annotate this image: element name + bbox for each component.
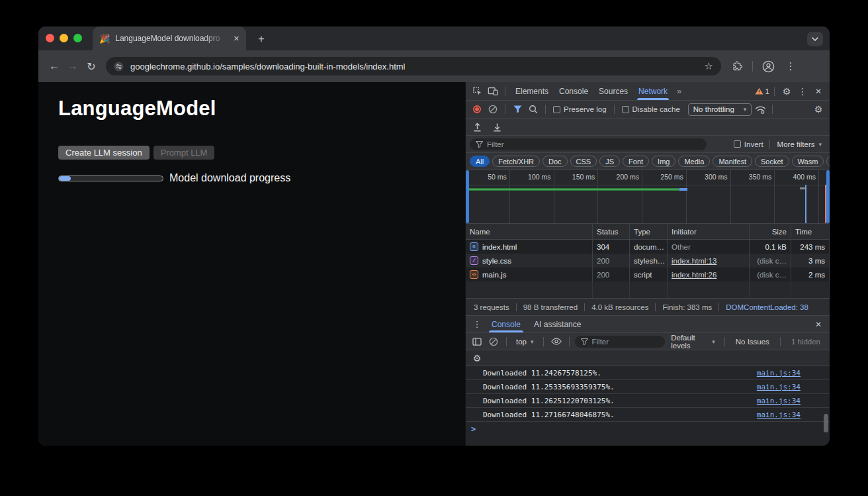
issues-counter[interactable]: 1 (755, 87, 769, 95)
request-type-chip[interactable]: Fetch/XHR (492, 156, 540, 167)
initiator-link[interactable]: index.html:26 (672, 271, 716, 279)
checkbox-unchecked[interactable] (622, 106, 629, 113)
request-type-chip[interactable]: All (470, 156, 490, 167)
tab-close-icon[interactable]: ✕ (234, 34, 239, 43)
network-overview-timeline[interactable]: 50 ms100 ms150 ms200 ms250 ms300 ms350 m… (466, 170, 830, 224)
log-levels-dropdown[interactable]: Default levels ▾ (667, 334, 719, 350)
devtools-tab[interactable]: Elements (510, 82, 554, 100)
clear-network-log-icon[interactable] (486, 103, 500, 116)
timeline-tick-label: 400 ms (793, 173, 816, 181)
filter-funnel-icon[interactable] (510, 103, 525, 116)
checkbox-unchecked[interactable] (734, 140, 741, 148)
forward-button[interactable]: → (64, 57, 82, 75)
console-prompt[interactable]: > (466, 422, 830, 436)
console-message: Downloaded 11.24267578125%. main.js:34 (466, 366, 830, 380)
console-source-link[interactable]: main.js:34 (757, 383, 801, 391)
initiator-link[interactable]: index.html:13 (672, 257, 716, 265)
clear-console-icon[interactable] (486, 335, 501, 348)
network-settings-gear-icon[interactable]: ⚙ (811, 104, 826, 115)
import-har-icon[interactable] (470, 121, 484, 134)
checkbox-unchecked[interactable] (553, 106, 560, 113)
url-text[interactable]: googlechrome.github.io/samples/downloadi… (130, 62, 698, 72)
search-icon[interactable] (526, 103, 541, 116)
request-type-chip[interactable]: Media (678, 156, 710, 167)
preserve-log-checkbox[interactable]: Preserve log (550, 105, 609, 113)
live-expression-eye-icon[interactable] (549, 335, 564, 348)
drawer-close-icon[interactable]: ✕ (811, 320, 826, 329)
maximize-window-button[interactable] (73, 34, 82, 42)
column-header-name[interactable]: Name (466, 224, 593, 239)
throttling-dropdown[interactable]: No throttling ▾ (688, 103, 752, 116)
back-button[interactable]: ← (45, 57, 64, 75)
hidden-messages-count[interactable]: 1 hidden (786, 338, 826, 346)
extensions-puzzle-icon[interactable] (728, 57, 746, 75)
console-settings-gear-icon[interactable]: ⚙ (470, 353, 484, 364)
overview-left-handle[interactable] (466, 170, 469, 223)
browser-tab[interactable]: 🎉 LanguageModel downloadpro ✕ (93, 26, 246, 50)
new-tab-button[interactable]: + (255, 32, 268, 46)
devtools-tab[interactable]: Network (633, 82, 673, 100)
table-row[interactable]: ≡index.html 304 docum… Other 0.1 kB 243 … (466, 240, 830, 254)
console-scrollbar-thumb[interactable] (824, 414, 828, 432)
request-type-chip[interactable]: Manifest (713, 156, 752, 167)
column-header-status[interactable]: Status (593, 224, 630, 239)
issues-status[interactable]: No Issues (730, 338, 775, 346)
devtools-tab[interactable]: Sources (593, 82, 633, 100)
devtools-tab[interactable]: Console (554, 82, 593, 100)
invert-checkbox[interactable]: Invert (731, 140, 766, 148)
request-name[interactable]: index.html (482, 243, 517, 251)
tab-search-button[interactable] (807, 32, 823, 46)
record-network-log-icon[interactable] (470, 103, 484, 116)
minimize-window-button[interactable] (60, 34, 68, 42)
request-type-chip[interactable]: Socket (755, 156, 789, 167)
overview-right-handle[interactable] (826, 170, 830, 223)
request-type-chip[interactable]: Doc (542, 156, 568, 167)
browser-menu-kebab-icon[interactable]: ⋮ (781, 57, 800, 75)
column-header-type[interactable]: Type (630, 224, 668, 239)
request-type-chip[interactable]: JS (599, 156, 620, 167)
devtools-settings-gear-icon[interactable]: ⚙ (779, 86, 794, 97)
tab-console[interactable]: Console (486, 316, 527, 332)
create-llm-session-button[interactable]: Create LLM session (58, 146, 150, 160)
request-name[interactable]: main.js (482, 271, 506, 279)
request-type-chip[interactable]: Wasm (792, 156, 824, 167)
devtools-menu-kebab-icon[interactable]: ⋮ (795, 86, 810, 97)
timeline-tick-label: 200 ms (617, 173, 639, 181)
inspect-element-icon[interactable] (470, 85, 484, 98)
console-filter-input[interactable]: Filter (575, 336, 666, 348)
execution-context-dropdown[interactable]: top ▾ (512, 338, 538, 346)
console-source-link[interactable]: main.js:34 (757, 369, 801, 377)
close-window-button[interactable] (46, 34, 54, 42)
reload-button[interactable]: ↻ (82, 57, 101, 75)
request-type-chip[interactable]: Img (652, 156, 675, 167)
console-settings-row: ⚙ (466, 350, 830, 366)
disable-cache-checkbox[interactable]: Disable cache (619, 105, 683, 113)
bookmark-star-icon[interactable]: ☆ (705, 60, 713, 72)
table-row[interactable]: ‹›main.js 200 script index.html:26 (disk… (466, 268, 830, 281)
devtools-close-icon[interactable]: ✕ (811, 87, 826, 96)
device-toolbar-icon[interactable] (486, 85, 500, 98)
console-sidebar-toggle-icon[interactable] (470, 335, 484, 348)
column-header-time[interactable]: Time (791, 224, 830, 239)
request-type-chip[interactable]: CSS (570, 156, 597, 167)
site-info-icon[interactable] (114, 62, 124, 72)
export-har-icon[interactable] (490, 121, 504, 134)
address-bar[interactable]: googlechrome.github.io/samples/downloadi… (106, 57, 721, 75)
tab-ai-assistance[interactable]: AI assistance (528, 316, 587, 332)
toolbar-right-controls: ⋮ (728, 57, 800, 75)
network-conditions-icon[interactable] (753, 103, 767, 116)
drawer-menu-kebab-icon[interactable]: ⋮ (470, 319, 484, 329)
column-header-initiator[interactable]: Initiator (668, 224, 750, 239)
chevron-down-icon (812, 37, 818, 41)
console-source-link[interactable]: main.js:34 (757, 397, 801, 405)
request-name[interactable]: style.css (482, 257, 511, 265)
column-header-size[interactable]: Size (750, 224, 791, 239)
profile-avatar-icon[interactable] (759, 57, 777, 75)
more-tabs-icon[interactable]: » (674, 86, 684, 96)
request-type-chip[interactable]: Font (623, 156, 649, 167)
more-filters-dropdown[interactable]: More filters ▾ (773, 140, 826, 148)
console-source-link[interactable]: main.js:34 (757, 411, 801, 419)
request-type-chip[interactable]: Other (826, 156, 830, 167)
network-filter-input[interactable]: Filter (470, 138, 707, 150)
table-row[interactable]: ∕style.css 200 stylesh… index.html:13 (d… (466, 254, 830, 268)
